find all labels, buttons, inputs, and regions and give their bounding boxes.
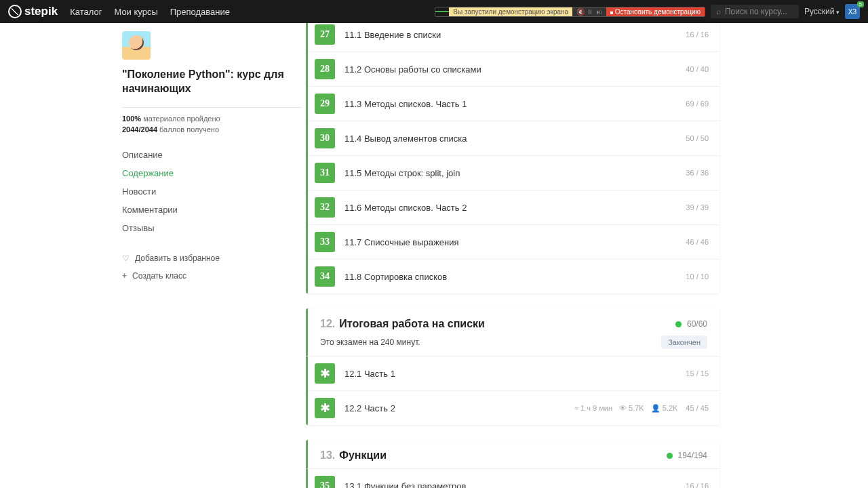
lesson-title: 11.3 Методы списков. Часть 1 (344, 99, 686, 109)
star-icon: ✱ (315, 398, 335, 418)
lesson-progress: 45 / 45 (686, 404, 709, 412)
lesson-number-badge: 35 (315, 476, 335, 488)
lesson-progress: 16 / 16 (686, 482, 709, 488)
lesson-progress: 15 / 15 (686, 369, 709, 378)
create-class-button[interactable]: Создать класс (122, 267, 302, 285)
star-icon: ✱ (315, 363, 335, 384)
sidebar-item-description[interactable]: Описание (122, 146, 302, 164)
course-thumbnail[interactable] (122, 31, 151, 60)
course-title: "Поколение Python": курс для начинающих (122, 68, 302, 96)
topbar: stepik Каталог Мои курсы Преподавание Вы… (0, 0, 868, 23)
avatar-initials: ХЗ (848, 8, 857, 16)
search-placeholder: Поиск по курсу... (725, 7, 787, 16)
lesson-row[interactable]: 3513.1 Функции без параметров16 / 16 (308, 469, 719, 488)
lesson-row[interactable]: 2811.2 Основы работы со списками40 / 40 (308, 52, 719, 86)
lesson-row[interactable]: 3211.6 Методы списков. Часть 239 / 39 (308, 190, 719, 224)
sidebar-actions: Добавить в избранное Создать класс (122, 249, 302, 285)
lesson-row[interactable]: 2711.1 Введение в списки16 / 16 (308, 23, 719, 52)
sidebar-item-contents[interactable]: Содержание (122, 164, 302, 182)
avatar[interactable]: ХЗ 5 (845, 4, 860, 19)
module-13-lessons: 3513.1 Функции без параметров16 / 163613… (306, 469, 719, 488)
sidebar-nav: Описание Содержание Новости Комментарии … (122, 146, 302, 237)
eye-icon: 👁 5.7K (619, 404, 644, 412)
screen-share-bar: Вы запустили демонстрацию экрана 🔇 ⏸ ⏯ О… (435, 7, 705, 17)
search-icon: ⌕ (716, 7, 721, 16)
add-favorite-button[interactable]: Добавить в избранное (122, 249, 302, 267)
module-number: 12. (320, 318, 335, 330)
lesson-progress: 36 / 36 (686, 169, 709, 177)
notification-badge: 5 (857, 1, 864, 7)
lesson-progress: 69 / 69 (686, 100, 709, 108)
language-selector[interactable]: Русский (804, 7, 840, 16)
lesson-row[interactable]: ✱12.2 Часть 2≈ 1 ч 9 мин👁 5.7K👤 5.2K45 /… (308, 390, 719, 425)
module-title: Функции (339, 449, 666, 462)
lesson-progress: 46 / 46 (686, 238, 709, 246)
lesson-number-badge: 32 (315, 197, 335, 218)
progress-materials-label: материалов пройдено (143, 115, 220, 123)
main-content: 2711.1 Введение в списки16 / 162811.2 Ос… (302, 23, 868, 488)
divider (122, 107, 302, 108)
search-input[interactable]: ⌕ Поиск по курсу... (711, 5, 799, 18)
lesson-progress: 10 / 10 (686, 272, 709, 281)
lesson-progress: 16 / 16 (686, 30, 709, 39)
lesson-title: 11.8 Сортировка списков (344, 272, 686, 282)
module-13-header[interactable]: 13. Функции 194/194 (306, 440, 719, 469)
module-11-lessons: 2711.1 Введение в списки16 / 162811.2 Ос… (306, 23, 719, 293)
lesson-title: 11.1 Введение в списки (344, 30, 686, 40)
nav-my-courses[interactable]: Мои курсы (114, 7, 157, 17)
progress-points: 2044/2044 баллов получено (122, 125, 302, 134)
module-12-header[interactable]: 12. Итоговая работа на списки 60/60 Это … (306, 308, 719, 357)
lesson-row[interactable]: ✱12.1 Часть 115 / 15 (308, 357, 719, 390)
lesson-title: 13.1 Функции без параметров (344, 481, 686, 489)
lesson-number-badge: 30 (315, 128, 335, 148)
nav-catalog[interactable]: Каталог (70, 7, 102, 17)
lesson-row[interactable]: 3411.8 Сортировка списков10 / 10 (308, 259, 719, 293)
plus-icon (122, 271, 127, 281)
status-dot-icon (675, 321, 682, 327)
lesson-title: 12.2 Часть 2 (344, 403, 574, 413)
learners-icon: 👤 5.2K (651, 404, 678, 413)
logo[interactable]: stepik (8, 5, 58, 18)
heart-icon (122, 253, 130, 263)
lesson-title: 11.5 Методы строк: split, join (344, 168, 686, 178)
lesson-progress: 39 / 39 (686, 203, 709, 211)
lesson-row[interactable]: 3111.5 Методы строк: split, join36 / 36 (308, 155, 719, 190)
progress-points-value: 2044/2044 (122, 125, 157, 134)
sidebar-item-news[interactable]: Новости (122, 182, 302, 201)
progress-materials-pct: 100% (122, 115, 141, 123)
brand-name: stepik (24, 5, 58, 18)
stop-share-button[interactable]: Остановить демонстрацию (606, 7, 705, 16)
lesson-number-badge: 29 (315, 94, 335, 114)
lesson-title: 11.2 Основы работы со списками (344, 64, 686, 75)
share-controls-icon[interactable]: 🔇 ⏸ ⏯ (572, 7, 606, 16)
lesson-number-badge: 28 (315, 59, 335, 79)
module-12-lessons: ✱12.1 Часть 115 / 15✱12.2 Часть 2≈ 1 ч 9… (306, 357, 719, 425)
nav-teaching[interactable]: Преподавание (170, 7, 230, 17)
lesson-row[interactable]: 3011.4 Вывод элементов списка50 / 50 (308, 121, 719, 155)
lesson-title: 11.7 Списочные выражения (344, 237, 686, 247)
lesson-row[interactable]: 3311.7 Списочные выражения46 / 46 (308, 224, 719, 259)
add-favorite-label: Добавить в избранное (135, 253, 220, 263)
module-number: 13. (320, 449, 335, 462)
share-running-label: Вы запустили демонстрацию экрана (449, 7, 572, 16)
lesson-title: 12.1 Часть 1 (344, 369, 686, 379)
progress-points-label: баллов получено (159, 125, 219, 134)
lesson-number-badge: 27 (315, 24, 335, 45)
lesson-progress: 50 / 50 (686, 134, 709, 142)
create-class-label: Создать класс (132, 271, 186, 281)
clock-icon: ≈ 1 ч 9 мин (574, 404, 612, 412)
module-title: Итоговая работа на списки (339, 318, 675, 330)
module-score: 60/60 (687, 319, 707, 329)
lesson-meta: ≈ 1 ч 9 мин👁 5.7K👤 5.2K (574, 404, 677, 413)
share-active-icon (435, 11, 449, 12)
lesson-row[interactable]: 2911.3 Методы списков. Часть 169 / 69 (308, 86, 719, 121)
lesson-progress: 40 / 40 (686, 65, 709, 73)
lesson-number-badge: 31 (315, 163, 335, 183)
lesson-number-badge: 34 (315, 266, 335, 287)
lesson-title: 11.4 Вывод элементов списка (344, 134, 686, 144)
lesson-number-badge: 33 (315, 232, 335, 252)
module-score: 194/194 (678, 451, 707, 460)
sidebar-item-reviews[interactable]: Отзывы (122, 219, 302, 237)
sidebar-item-comments[interactable]: Комментарии (122, 201, 302, 219)
exam-note: Это экзамен на 240 минут. (320, 338, 661, 347)
